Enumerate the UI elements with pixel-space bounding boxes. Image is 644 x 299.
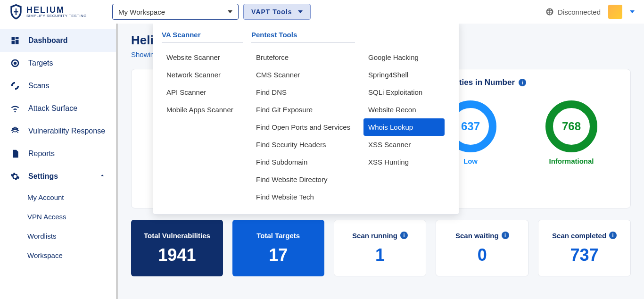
brand-name: HELIUM [26, 6, 87, 14]
menu-api-scanner[interactable]: API Scanner [162, 83, 243, 101]
chevron-down-icon [298, 10, 303, 13]
ring-info-label: Informational [549, 157, 594, 165]
stat-scan-completed: Scan completedi 737 [538, 220, 631, 276]
globe-icon [545, 8, 554, 16]
menu-website-recon[interactable]: Website Recon [363, 101, 445, 118]
gear-icon [10, 172, 20, 181]
connection-label: Disconnected [558, 8, 601, 16]
menu-find-directory[interactable]: Find Website Directory [251, 171, 355, 188]
nav-targets[interactable]: Targets [0, 52, 116, 75]
sidebar: Dashboard Targets Scans Attack Surface V… [0, 24, 118, 299]
menu-mobile-scanner[interactable]: Mobile Apps Scanner [162, 101, 243, 118]
stat-scan-waiting: Scan waitingi 0 [436, 220, 528, 276]
chevron-up-icon [99, 172, 106, 181]
info-icon[interactable]: i [502, 232, 509, 239]
stat-total-vuln: Total Vulnerabilities 1941 [131, 220, 223, 276]
nav-attack-surface[interactable]: Attack Surface [0, 97, 116, 120]
nav-reports[interactable]: Reports [0, 142, 116, 165]
info-icon[interactable]: i [519, 79, 526, 86]
nav-dashboard[interactable]: Dashboard [0, 29, 116, 52]
bug-icon [10, 126, 20, 136]
nav-settings[interactable]: Settings [0, 165, 116, 188]
user-avatar[interactable] [608, 5, 622, 19]
menu-website-scanner[interactable]: Website Scanner [162, 49, 243, 66]
ring-informational: 768 [545, 100, 597, 152]
menu-find-headers[interactable]: Find Security Headers [251, 136, 355, 153]
brand-tagline: SIMPLIFY SECURITY TESTING [26, 14, 87, 18]
menu-xss-hunting[interactable]: XSS Hunting [363, 153, 445, 171]
dashboard-icon [10, 36, 20, 45]
ring-low-label: Low [463, 157, 478, 165]
vapt-label: VAPT Tools [251, 8, 292, 16]
scan-icon [10, 81, 20, 91]
vapt-tools-button[interactable]: VAPT Tools [243, 4, 310, 20]
workspace-select[interactable]: My Workspace [112, 4, 239, 20]
nav-vuln-response[interactable]: Vulnerability Response [0, 120, 116, 142]
menu-heading-pentest: Pentest Tools [251, 31, 355, 43]
info-icon[interactable]: i [609, 232, 617, 239]
user-menu-caret[interactable] [630, 10, 635, 13]
nav-scans[interactable]: Scans [0, 75, 116, 97]
menu-xss-scanner[interactable]: XSS Scanner [363, 136, 445, 153]
menu-spring4shell[interactable]: Spring4Shell [363, 66, 445, 83]
vapt-mega-menu: VA Scanner Website Scanner Network Scann… [153, 24, 459, 215]
menu-find-dns[interactable]: Find DNS [251, 83, 355, 101]
menu-network-scanner[interactable]: Network Scanner [162, 66, 243, 83]
report-icon [10, 149, 20, 158]
stat-scan-running: Scan runningi 1 [334, 220, 427, 276]
workspace-value: My Workspace [118, 8, 165, 16]
sub-wordlists[interactable]: Wordlists [27, 226, 116, 246]
connection-status: Disconnected [545, 8, 601, 16]
menu-heading-va-scanner: VA Scanner [162, 31, 243, 43]
stat-total-targets: Total Targets 17 [232, 220, 324, 276]
menu-cms-scanner[interactable]: CMS Scanner [251, 66, 355, 83]
target-icon [10, 58, 20, 68]
sub-vpn-access[interactable]: VPN Access [27, 207, 116, 226]
menu-sqli[interactable]: SQLi Exploitation [363, 83, 445, 101]
sub-my-account[interactable]: My Account [27, 188, 116, 207]
brand-logo[interactable]: HELIUM SIMPLIFY SECURITY TESTING [9, 4, 87, 20]
sub-workspace[interactable]: Workspace [27, 246, 116, 265]
shield-icon [9, 4, 23, 20]
wifi-icon [10, 104, 20, 113]
chevron-down-icon [228, 10, 232, 13]
menu-google-hacking[interactable]: Google Hacking [363, 49, 445, 66]
menu-find-tech[interactable]: Find Website Tech [251, 188, 355, 206]
menu-find-ports[interactable]: Find Open Ports and Services [251, 118, 355, 136]
info-icon[interactable]: i [400, 232, 408, 239]
menu-bruteforce[interactable]: Bruteforce [251, 49, 355, 66]
menu-find-subdomain[interactable]: Find Subdomain [251, 153, 355, 171]
menu-find-git[interactable]: Find Git Exposure [251, 101, 355, 118]
menu-whois-lookup[interactable]: Whois Lookup [363, 118, 445, 136]
